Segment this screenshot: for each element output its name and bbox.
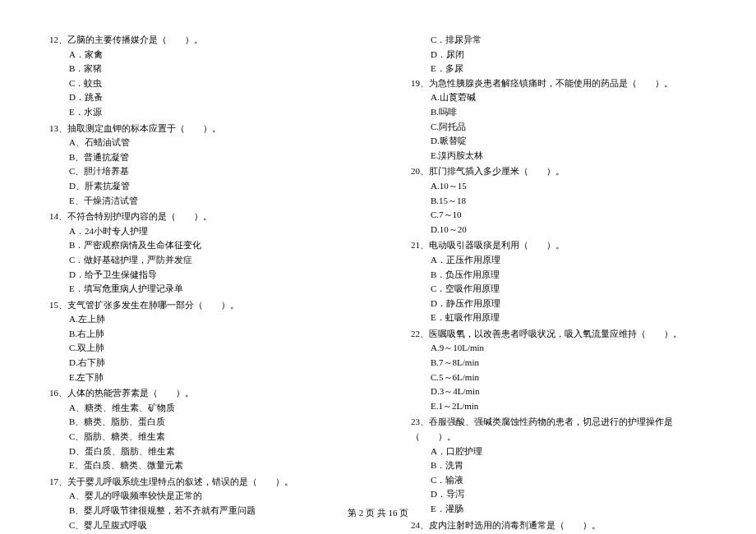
option-item: A．正压作用原理 bbox=[431, 253, 707, 268]
option-item: B．家猪 bbox=[69, 62, 345, 76]
option-item: E．虹吸作用原理 bbox=[431, 311, 707, 325]
question-block: 19、为急性胰腺炎患者解痉镇痛时，不能使用的药品是（ ）。A.山莨菪碱B.吗啡C… bbox=[411, 76, 707, 163]
option-item: E、蛋白质、糖类、微量元素 bbox=[69, 458, 345, 473]
options-group: A．正压作用原理B．负压作用原理C．空吸作用原理D．静压作用原理E．虹吸作用原理 bbox=[411, 253, 707, 325]
question-text: 16、人体的热能营养素是（ ）。 bbox=[49, 386, 345, 401]
right-column: C．排尿异常D．尿闭E．多尿19、为急性胰腺炎患者解痉镇痛时，不能使用的药品是（… bbox=[411, 33, 707, 534]
question-block: 17、关于婴儿呼吸系统生理特点的叙述，错误的是（ ）。A、婴儿的呼吸频率较快是正… bbox=[49, 475, 345, 534]
page-footer: 第 2 页 共 16 页 bbox=[0, 507, 756, 519]
option-item: E.溴丙胺太林 bbox=[431, 149, 707, 163]
option-item: B、糖类、脂肪、蛋白质 bbox=[69, 415, 345, 430]
option-item: E．多尿 bbox=[431, 62, 707, 76]
option-item: A、石蜡油试管 bbox=[69, 136, 345, 150]
question-block: 21、电动吸引器吸痰是利用（ ）。A．正压作用原理B．负压作用原理C．空吸作用原… bbox=[411, 238, 707, 325]
option-item: B．洗胃 bbox=[431, 458, 707, 473]
question-text: 22、医嘱吸氧，以改善患者呼吸状况，吸入氧流量应维持（ ）。 bbox=[411, 327, 707, 342]
option-item: D.10～20 bbox=[431, 223, 707, 237]
question-text: 12、乙脑的主要传播媒介是（ ）。 bbox=[49, 33, 345, 48]
question-block: 14、不符合特别护理内容的是（ ）。A．24小时专人护理B．严密观察病情及生命体… bbox=[49, 209, 345, 297]
option-item: C.阿托品 bbox=[431, 120, 707, 135]
option-item: D、肝素抗凝管 bbox=[69, 179, 345, 194]
option-item: B.右上肺 bbox=[69, 327, 345, 342]
option-item: C、婴儿呈腹式呼吸 bbox=[69, 518, 345, 533]
option-item: A.左上肺 bbox=[69, 312, 345, 327]
option-item: B．负压作用原理 bbox=[431, 268, 707, 283]
question-block: 15、支气管扩张多发生在肺哪一部分（ ）。A.左上肺B.右上肺C.双上肺D.右下… bbox=[49, 298, 345, 385]
options-group: A.9～10L/minB.7～8L/minC.5～6L/minD.3～4L/mi… bbox=[411, 341, 707, 413]
option-item: D．给予卫生保健指导 bbox=[69, 268, 345, 283]
option-item: D、蛋白质、脂肪、维生素 bbox=[69, 444, 345, 459]
options-group: A.左上肺B.右上肺C.双上肺D.右下肺E.左下肺 bbox=[49, 312, 345, 384]
option-item: A.山莨菪碱 bbox=[431, 90, 707, 105]
option-item: C．空吸作用原理 bbox=[431, 282, 707, 297]
option-item: D．尿闭 bbox=[431, 48, 707, 62]
question-text: 24、皮内注射时选用的消毒剂通常是（ ）。 bbox=[411, 518, 707, 533]
question-text: 20、肛门排气插入多少厘米（ ）。 bbox=[411, 164, 707, 179]
option-item: C.7～10 bbox=[431, 208, 707, 223]
question-text: 17、关于婴儿呼吸系统生理特点的叙述，错误的是（ ）。 bbox=[49, 475, 345, 490]
option-item: D．跳蚤 bbox=[69, 90, 345, 105]
question-block: 22、医嘱吸氧，以改善患者呼吸状况，吸入氧流量应维持（ ）。A.9～10L/mi… bbox=[411, 327, 707, 414]
options-group: A.山莨菪碱B.吗啡C.阿托品D.哌替啶E.溴丙胺太林 bbox=[411, 90, 707, 163]
two-column-layout: 12、乙脑的主要传播媒介是（ ）。A．家禽B．家猪C．蚊虫D．跳蚤E．水源13、… bbox=[49, 33, 707, 534]
question-text: 15、支气管扩张多发生在肺哪一部分（ ）。 bbox=[49, 298, 345, 313]
question-text: 13、抽取测定血钾的标本应置于（ ）。 bbox=[49, 122, 345, 136]
option-item: C、脂肪、糖类、维生素 bbox=[69, 430, 345, 444]
option-item: B.7～8L/min bbox=[431, 356, 707, 371]
option-item: A．家禽 bbox=[69, 48, 345, 62]
option-item: C．蚊虫 bbox=[69, 76, 345, 91]
option-item: A、婴儿的呼吸频率较快是正常的 bbox=[69, 489, 345, 504]
option-item: D.右下肺 bbox=[69, 356, 345, 371]
option-item: E.左下肺 bbox=[69, 371, 345, 385]
option-item: C.5～6L/min bbox=[431, 371, 707, 385]
options-group: A、糖类、维生素、矿物质B、糖类、脂肪、蛋白质C、脂肪、糖类、维生素D、蛋白质、… bbox=[49, 401, 345, 473]
option-item: C．排尿异常 bbox=[431, 33, 707, 48]
option-item: B.吗啡 bbox=[431, 105, 707, 120]
option-item: A.9～10L/min bbox=[431, 341, 707, 356]
option-item: C、胆汁培养基 bbox=[69, 164, 345, 179]
option-item: A．24小时专人护理 bbox=[69, 224, 345, 239]
option-item: B.15～18 bbox=[431, 194, 707, 209]
question-text: 14、不符合特别护理内容的是（ ）。 bbox=[49, 209, 345, 224]
option-item: C.双上肺 bbox=[69, 341, 345, 356]
option-item: A、糖类、维生素、矿物质 bbox=[69, 401, 345, 416]
option-item: D．导泻 bbox=[431, 487, 707, 502]
option-item: C．做好基础护理，严防并发症 bbox=[69, 253, 345, 268]
option-item: B、普通抗凝管 bbox=[69, 150, 345, 165]
question-text: 19、为急性胰腺炎患者解痉镇痛时，不能使用的药品是（ ）。 bbox=[411, 76, 707, 91]
options-group: A．口腔护理B．洗胃C．输液D．导泻E．灌肠 bbox=[411, 444, 707, 517]
option-item: A.10～15 bbox=[431, 179, 707, 194]
options-group: A．家禽B．家猪C．蚊虫D．跳蚤E．水源 bbox=[49, 48, 345, 120]
question-block: 12、乙脑的主要传播媒介是（ ）。A．家禽B．家猪C．蚊虫D．跳蚤E．水源 bbox=[49, 33, 345, 120]
question-block: 23、吞服强酸、强碱类腐蚀性药物的患者，切忌进行的护理操作是（ ）。A．口腔护理… bbox=[411, 415, 707, 516]
options-group: A．24小时专人护理B．严密观察病情及生命体征变化C．做好基础护理，严防并发症D… bbox=[49, 224, 345, 297]
option-item: A．口腔护理 bbox=[431, 444, 707, 459]
question-block: 13、抽取测定血钾的标本应置于（ ）。A、石蜡油试管B、普通抗凝管C、胆汁培养基… bbox=[49, 122, 345, 209]
options-group-continuation: C．排尿异常D．尿闭E．多尿 bbox=[411, 33, 707, 76]
option-item: E、干燥清洁试管 bbox=[69, 194, 345, 209]
option-item: D.哌替啶 bbox=[431, 134, 707, 149]
left-column: 12、乙脑的主要传播媒介是（ ）。A．家禽B．家猪C．蚊虫D．跳蚤E．水源13、… bbox=[49, 33, 345, 534]
question-block: 20、肛门排气插入多少厘米（ ）。A.10～15B.15～18C.7～10D.1… bbox=[411, 164, 707, 237]
option-item: D．静压作用原理 bbox=[431, 297, 707, 311]
question-text: 21、电动吸引器吸痰是利用（ ）。 bbox=[411, 238, 707, 253]
option-item: E.1～2L/min bbox=[431, 399, 707, 414]
option-item: E．水源 bbox=[69, 105, 345, 120]
options-group: A.10～15B.15～18C.7～10D.10～20 bbox=[411, 179, 707, 237]
option-item: C．输液 bbox=[431, 473, 707, 488]
question-text: 23、吞服强酸、强碱类腐蚀性药物的患者，切忌进行的护理操作是（ ）。 bbox=[411, 415, 707, 444]
question-block: 16、人体的热能营养素是（ ）。A、糖类、维生素、矿物质B、糖类、脂肪、蛋白质C… bbox=[49, 386, 345, 473]
question-block: 24、皮内注射时选用的消毒剂通常是（ ）。A．乙醇B．碘酊C．碘伏D．安尔碘E．… bbox=[411, 518, 707, 534]
option-item: B．严密观察病情及生命体征变化 bbox=[69, 238, 345, 253]
options-group: A、石蜡油试管B、普通抗凝管C、胆汁培养基D、肝素抗凝管E、干燥清洁试管 bbox=[49, 136, 345, 208]
option-item: E．填写危重病人护理记录单 bbox=[69, 282, 345, 297]
option-item: D.3～4L/min bbox=[431, 384, 707, 399]
